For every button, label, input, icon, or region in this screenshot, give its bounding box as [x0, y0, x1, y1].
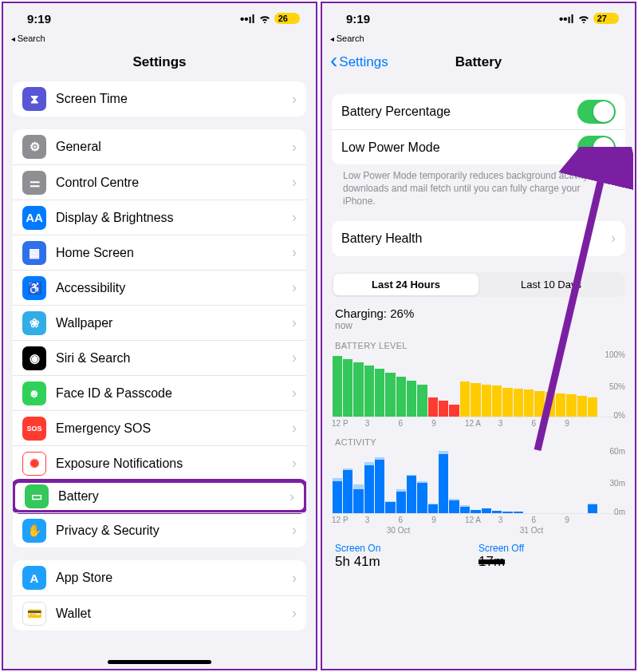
siri-icon: ◉ — [22, 346, 46, 370]
low-power-mode-toggle[interactable] — [577, 136, 616, 160]
settings-row-screen-time[interactable]: ⧗Screen Time› — [13, 81, 306, 117]
settings-row-control-centre[interactable]: ⚌Control Centre› — [13, 164, 306, 200]
screen-off-value: 17m — [478, 554, 622, 570]
chart-bar — [471, 383, 480, 417]
settings-row-siri-search[interactable]: ◉Siri & Search› — [13, 340, 306, 375]
page-title: Settings — [132, 54, 186, 70]
usage-summary: Screen On 5h 41m Screen Off 17m — [332, 543, 625, 570]
chart-bar — [407, 475, 416, 513]
exposure-icon: ✺ — [22, 452, 46, 476]
chevron-right-icon: › — [292, 314, 297, 331]
chart-bar — [471, 510, 480, 513]
battery-health-row[interactable]: Battery Health › — [332, 221, 625, 256]
status-bar: 9:19 ••ıl 27⚡ — [322, 3, 635, 34]
settings-row-wallet[interactable]: 💳Wallet› — [13, 595, 306, 630]
row-label: Privacy & Security — [56, 524, 292, 538]
settings-row-battery[interactable]: ▭Battery› — [13, 479, 306, 514]
toggle-group: Battery Percentage Low Power Mode — [332, 94, 625, 164]
row-label: Wallet — [56, 607, 292, 621]
battery-percentage-toggle[interactable] — [577, 100, 616, 124]
status-time: 9:19 — [346, 12, 370, 26]
chart-bar — [588, 504, 597, 513]
activity-chart: ACTIVITY 60m 30m 0m 12 P36912 A369 30 Oc… — [332, 437, 625, 535]
chart-bar — [449, 499, 459, 512]
grid-icon: ▦ — [22, 241, 46, 265]
home-indicator[interactable] — [108, 660, 211, 664]
settings-row-general[interactable]: ⚙General› — [13, 129, 306, 164]
chart-bar — [364, 462, 374, 513]
chart-bar — [588, 397, 597, 417]
chevron-right-icon: › — [611, 230, 616, 247]
face-icon: ☻ — [22, 381, 46, 405]
sliders-icon: ⚌ — [22, 171, 46, 195]
row-label: Battery Health — [341, 231, 611, 246]
settings-row-app-store[interactable]: AApp Store› — [13, 560, 306, 595]
settings-row-wallpaper[interactable]: ❀Wallpaper› — [13, 305, 306, 340]
screen-on-value: 5h 41m — [335, 554, 478, 570]
settings-row-privacy-security[interactable]: ✋Privacy & Security› — [13, 512, 306, 547]
sos-icon: SOS — [22, 417, 46, 441]
chart-bar — [502, 512, 512, 512]
settings-row-display-brightness[interactable]: AADisplay & Brightness› — [13, 200, 306, 235]
chevron-right-icon: › — [292, 385, 297, 401]
chart-bar — [396, 377, 406, 417]
battery-indicator: 26⚡ — [274, 13, 300, 24]
segment-10d[interactable]: Last 10 Days — [478, 274, 624, 295]
chart-bar — [343, 359, 352, 417]
chart-bar — [556, 393, 565, 417]
time-range-segmented[interactable]: Last 24 Hours Last 10 Days — [332, 272, 625, 297]
chart-bar — [566, 394, 576, 416]
chart-bar — [428, 397, 438, 417]
chart-bar — [514, 512, 523, 512]
chart-bar — [460, 505, 470, 512]
chart-bar — [364, 366, 374, 417]
chart-bar — [333, 356, 342, 417]
chevron-right-icon: › — [292, 350, 297, 366]
row-label: Siri & Search — [56, 351, 292, 366]
screen-off-label: Screen Off — [478, 543, 622, 554]
chart-bar — [353, 362, 363, 417]
appstore-icon: A — [22, 566, 46, 590]
battery-percentage-row[interactable]: Battery Percentage — [332, 94, 625, 129]
chevron-right-icon: › — [292, 455, 297, 472]
row-label: Face ID & Passcode — [56, 386, 292, 401]
chart-bar — [449, 405, 459, 416]
settings-row-accessibility[interactable]: ♿Accessibility› — [13, 270, 306, 305]
back-button[interactable]: Settings — [330, 54, 388, 70]
chart-bar — [502, 388, 512, 417]
breadcrumb-back[interactable]: Search — [3, 34, 316, 45]
settings-group: AApp Store›💳Wallet› — [13, 560, 306, 630]
page-title: Battery — [455, 54, 502, 70]
chevron-right-icon: › — [292, 139, 297, 156]
settings-row-home-screen[interactable]: ▦Home Screen› — [13, 235, 306, 270]
settings-row-exposure-notifications[interactable]: ✺Exposure Notifications› — [13, 445, 306, 480]
chart-bar — [514, 389, 523, 416]
accessibility-icon: ♿ — [22, 276, 46, 300]
row-label: Home Screen — [56, 246, 292, 260]
wallet-icon: 💳 — [22, 602, 46, 626]
chart-bar — [385, 501, 395, 513]
gear-icon: ⚙ — [22, 135, 46, 159]
cellular-icon: ••ıl — [240, 12, 255, 26]
status-bar: 9:19 ••ıl 26⚡ — [3, 3, 316, 34]
charging-status: Charging: 26% — [332, 306, 625, 320]
flower-icon: ❀ — [22, 311, 46, 335]
chart-bar — [492, 511, 502, 513]
low-power-mode-row[interactable]: Low Power Mode — [332, 129, 625, 164]
status-time: 9:19 — [27, 12, 51, 26]
segment-24h[interactable]: Last 24 Hours — [333, 274, 478, 295]
chart-bar — [492, 385, 502, 416]
row-label: Control Centre — [56, 176, 292, 190]
settings-group: ⧗Screen Time› — [13, 81, 306, 117]
breadcrumb-back[interactable]: Search — [322, 34, 635, 45]
row-label: Accessibility — [56, 281, 292, 295]
chevron-right-icon: › — [292, 244, 297, 261]
chart-bar — [417, 481, 427, 513]
chart-title: BATTERY LEVEL — [332, 341, 625, 350]
chart-bar — [524, 389, 534, 417]
row-label: Battery Percentage — [341, 105, 577, 119]
settings-row-emergency-sos[interactable]: SOSEmergency SOS› — [13, 410, 306, 445]
settings-row-face-id-passcode[interactable]: ☻Face ID & Passcode› — [13, 375, 306, 410]
chevron-right-icon: › — [292, 209, 297, 226]
chevron-right-icon: › — [292, 279, 297, 296]
